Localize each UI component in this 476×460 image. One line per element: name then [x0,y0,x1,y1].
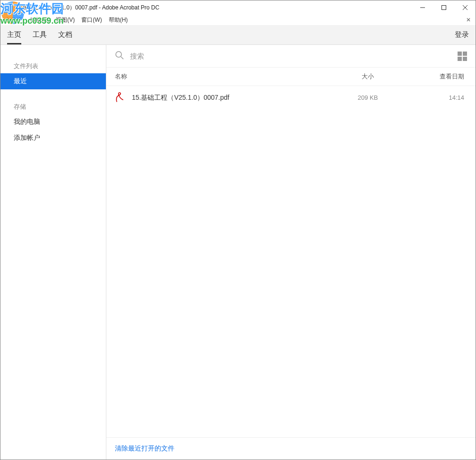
minimize-button[interactable] [412,0,433,15]
column-name[interactable]: 名称 [115,72,335,81]
sidebar-heading-storage: 存储 [0,100,106,114]
file-size: 209 KB [335,94,401,101]
tab-tools[interactable]: 工具 [33,25,47,44]
login-link[interactable]: 登录 [455,30,469,39]
svg-line-6 [121,57,123,59]
clear-recent-link[interactable]: 清除最近打开的文件 [106,437,476,460]
content-area: 文件列表 最近 存储 我的电脑 添加帐户 名称 大小 查看日期 [0,45,476,460]
menu-edit[interactable]: 编辑(E) [27,15,52,25]
svg-rect-2 [441,6,446,10]
menu-window[interactable]: 窗口(W) [78,15,104,25]
sidebar-item-addaccount[interactable]: 添加帐户 [0,130,106,146]
grid-view-icon[interactable] [458,52,467,61]
tab-home[interactable]: 主页 [7,25,21,44]
menu-help[interactable]: 帮助(H) [106,15,131,25]
main-panel: 名称 大小 查看日期 15.基础工程（V25.1.0）0007.pdf 209 … [106,45,476,460]
sidebar: 文件列表 最近 存储 我的电脑 添加帐户 [0,45,106,460]
pdf-icon [115,92,125,104]
window-title: 15.基础工程（V25.1.0）0007.pdf - Adobe Acrobat… [14,4,159,12]
sidebar-heading-files: 文件列表 [0,59,106,73]
tab-bar: 主页 工具 文档 登录 [0,25,476,45]
close-button[interactable] [454,0,476,15]
title-bar: 15.基础工程（V25.1.0）0007.pdf - Adobe Acrobat… [0,0,476,15]
tab-home-label: 主页 [7,30,21,39]
search-row [106,45,476,68]
menu-file[interactable]: 文件(F) [2,15,26,25]
file-row[interactable]: 15.基础工程（V25.1.0）0007.pdf 209 KB 14:14 [106,86,476,109]
menu-bar: 文件(F) 编辑(E) 视图(V) 窗口(W) 帮助(H) ✕ [0,15,476,25]
tab-document-label: 文档 [58,30,72,39]
app-icon [3,4,11,11]
document-close-icon[interactable]: ✕ [463,17,474,23]
window-controls [412,0,476,15]
file-date: 14:14 [401,94,467,101]
tab-document[interactable]: 文档 [58,25,72,44]
file-name: 15.基础工程（V25.1.0）0007.pdf [132,94,335,102]
column-size[interactable]: 大小 [335,72,401,81]
sidebar-item-recent[interactable]: 最近 [0,73,106,89]
sidebar-item-mycomputer[interactable]: 我的电脑 [0,114,106,130]
search-icon [115,51,124,61]
svg-rect-0 [3,4,11,11]
tab-tools-label: 工具 [33,30,47,39]
menu-view[interactable]: 视图(V) [53,15,78,25]
search-input[interactable] [130,52,458,60]
column-date[interactable]: 查看日期 [401,72,467,81]
maximize-button[interactable] [433,0,454,15]
svg-point-5 [116,52,121,57]
list-header: 名称 大小 查看日期 [106,68,476,86]
